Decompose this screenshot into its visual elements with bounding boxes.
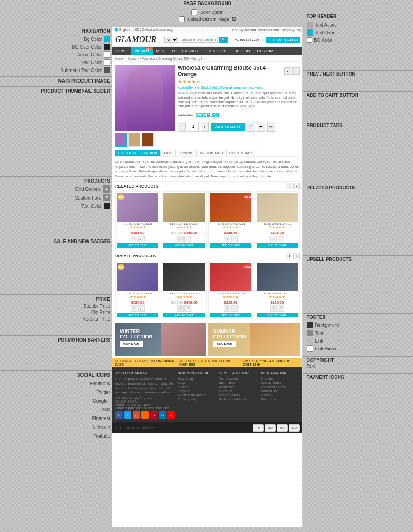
- promo-winter-btn[interactable]: BUY NOW: [120, 341, 143, 347]
- footer-link-hover-swatch[interactable]: [307, 345, 313, 352]
- footer-link-order[interactable]: Where is my order?: [178, 393, 217, 397]
- active-color-swatch[interactable]: [104, 51, 110, 58]
- card-add-btn-4[interactable]: ADD TO CART: [257, 243, 298, 248]
- upsell-add-btn-3[interactable]: ADD TO CART: [210, 313, 251, 317]
- footer-link-faqs[interactable]: FAQs: [178, 381, 217, 384]
- bg-over-color-swatch[interactable]: [104, 44, 110, 50]
- footer-link-discount[interactable]: Discount: [219, 389, 258, 393]
- footer-link-sliders[interactable]: Sliders: [261, 393, 300, 397]
- category-select[interactable]: All: [164, 37, 179, 43]
- card-wishlist-1[interactable]: ♡: [131, 236, 137, 242]
- tab-reviews[interactable]: REVIEWS: [175, 150, 196, 156]
- qty-input[interactable]: [188, 122, 199, 132]
- card-wishlist-4[interactable]: ♡: [270, 236, 277, 242]
- card-compare-4[interactable]: ⇌: [278, 236, 284, 242]
- footer-rss[interactable]: r: [141, 411, 149, 419]
- footer-link-shipping[interactable]: Shipping: [178, 389, 217, 393]
- footer-link-stores[interactable]: Our stores: [261, 398, 300, 401]
- footer-link-orders[interactable]: Orders History: [219, 393, 258, 397]
- add-to-cart-button[interactable]: ADD TO CART: [211, 123, 245, 131]
- footer-google[interactable]: g: [133, 411, 140, 419]
- footer-linkedin[interactable]: in: [159, 411, 166, 419]
- upsell-next[interactable]: ›: [293, 253, 300, 259]
- prev-button[interactable]: ‹: [284, 67, 291, 75]
- qty-plus[interactable]: +: [201, 122, 209, 132]
- thumb-2[interactable]: [128, 133, 140, 147]
- upsell-wishlist-1[interactable]: ♡: [131, 305, 137, 312]
- footer-pinterest[interactable]: p: [150, 411, 157, 419]
- footer-twitter[interactable]: t: [124, 411, 131, 419]
- nav-item-electronics[interactable]: ELECTRONICS: [168, 47, 201, 55]
- thumb-next[interactable]: ›: [155, 137, 157, 143]
- footer-link-contact[interactable]: Contact Us: [261, 389, 300, 393]
- upsell-add-btn-4[interactable]: ADD TO CART: [257, 313, 298, 317]
- next-button[interactable]: ›: [292, 67, 300, 75]
- products-text-color-swatch[interactable]: [104, 203, 110, 209]
- footer-background-swatch[interactable]: [307, 322, 313, 328]
- thumb-1[interactable]: [115, 133, 127, 147]
- nav-item-fashion[interactable]: FASHION: [230, 47, 253, 55]
- search-input[interactable]: [181, 37, 218, 43]
- compare-button[interactable]: ⇌: [257, 122, 265, 132]
- thumb-3[interactable]: [142, 133, 154, 147]
- text-color-swatch[interactable]: [104, 59, 110, 66]
- upsell-wishlist-3[interactable]: ♡: [224, 305, 230, 312]
- submenu-text-color-swatch[interactable]: [104, 67, 110, 73]
- card-compare-3[interactable]: ⇌: [231, 236, 238, 242]
- card-add-btn-3[interactable]: ADD TO CART: [210, 243, 251, 248]
- footer-link-swatch[interactable]: [307, 338, 313, 344]
- cart-button[interactable]: 🛒 Shopping Cart (1): [266, 37, 300, 43]
- card-add-btn-1[interactable]: ADD TO CART: [117, 243, 158, 248]
- promo-summer-btn[interactable]: BUY NOW: [213, 341, 236, 347]
- text-active-swatch[interactable]: [307, 22, 313, 28]
- footer-link-addresses[interactable]: Addresses: [219, 385, 258, 388]
- custom-font-tag[interactable]: T: [103, 194, 110, 201]
- footer-link-return[interactable]: Return policy: [178, 398, 217, 401]
- tab-product-description[interactable]: PRODUCT DESCRIPTION: [115, 150, 160, 156]
- upsell-add-btn-1[interactable]: ADD TO CART: [117, 313, 158, 317]
- nav-item-home[interactable]: HOME: [112, 47, 131, 55]
- card-compare-1[interactable]: ⇌: [138, 236, 145, 242]
- bg-color-swatch[interactable]: [104, 36, 110, 42]
- footer-link-search[interactable]: Search Teams: [261, 381, 300, 384]
- footer-link-additional[interactable]: Additional Information: [219, 398, 258, 401]
- search-button[interactable]: 🔍: [219, 37, 228, 43]
- upsell-compare-1[interactable]: ⇌: [138, 305, 145, 312]
- footer-text-swatch[interactable]: [307, 330, 313, 336]
- color-option-checkbox[interactable]: [191, 9, 197, 15]
- upsell-wishlist-2[interactable]: ♡: [177, 305, 184, 312]
- card-wishlist-3[interactable]: ♡: [224, 236, 230, 242]
- wishlist-button[interactable]: ♡: [247, 122, 255, 132]
- upsell-add-btn-2[interactable]: ADD TO CART: [163, 313, 205, 317]
- tab-custom2[interactable]: CUSTOM TAB2: [226, 150, 255, 156]
- footer-link-how-to-buy[interactable]: How to buy: [178, 377, 217, 380]
- bg-color-checkbox[interactable]: [307, 37, 312, 43]
- nav-item-custom[interactable]: CUSTOM: [254, 47, 277, 55]
- nav-item-furniture[interactable]: FURNITURE: [201, 47, 230, 55]
- card-wishlist-2[interactable]: ♡: [177, 236, 184, 242]
- nav-item-women[interactable]: WOMEN NEW: [131, 47, 153, 55]
- tab-custom1[interactable]: CUSTOM TAB 1: [196, 150, 226, 156]
- footer-link-sitemap[interactable]: Site Map: [261, 377, 300, 380]
- upload-custom-image-checkbox[interactable]: [179, 16, 185, 22]
- card-compare-2[interactable]: ⇌: [184, 236, 191, 242]
- related-prev[interactable]: ‹: [286, 183, 292, 189]
- text-over-swatch[interactable]: [307, 29, 313, 36]
- upsell-compare-3[interactable]: ⇌: [231, 305, 238, 312]
- grid-options-tag[interactable]: 4: [103, 185, 110, 193]
- upsell-prev[interactable]: ‹: [286, 253, 292, 259]
- footer-link-adv-search[interactable]: Advanced Search: [261, 385, 300, 388]
- qty-minus[interactable]: -: [178, 122, 186, 132]
- tab-tags[interactable]: TAGS: [160, 150, 175, 156]
- footer-link-payment[interactable]: Payment: [178, 385, 217, 388]
- footer-youtube[interactable]: y: [167, 411, 175, 419]
- upsell-compare-4[interactable]: ⇌: [278, 305, 284, 312]
- card-add-btn-2[interactable]: ADD TO CART: [163, 243, 205, 248]
- email-button[interactable]: ✉: [267, 122, 275, 132]
- nav-item-men[interactable]: MEN: [153, 47, 168, 55]
- upsell-wishlist-4[interactable]: ♡: [270, 305, 277, 312]
- related-next[interactable]: ›: [293, 183, 300, 189]
- upsell-compare-2[interactable]: ⇌: [184, 305, 191, 312]
- footer-link-account[interactable]: Your Account: [219, 377, 258, 380]
- footer-facebook[interactable]: f: [115, 411, 123, 419]
